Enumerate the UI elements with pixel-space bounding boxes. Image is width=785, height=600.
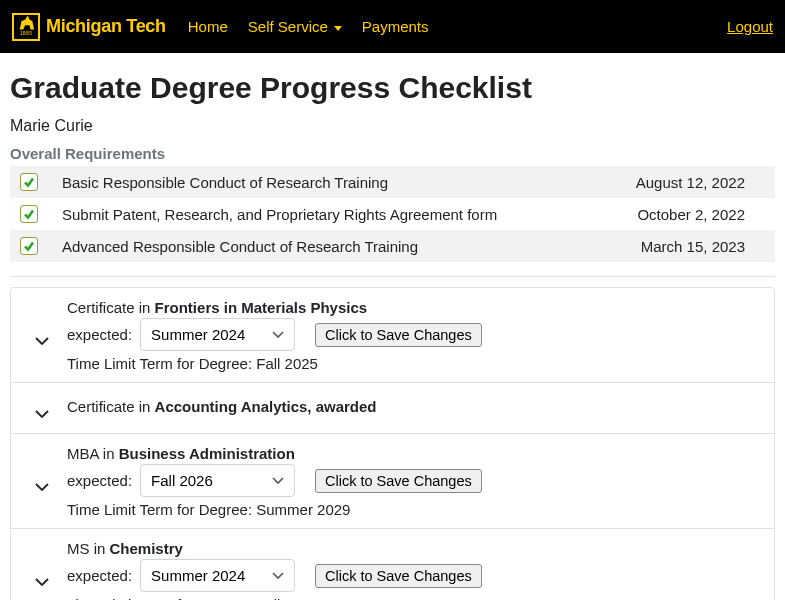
degree-prefix: Certificate in — [67, 299, 155, 316]
degree-title: MBA in Business Administration — [67, 445, 768, 462]
divider — [10, 276, 775, 277]
degree-block: Certificate in Accounting Analytics, awa… — [11, 383, 774, 434]
nav-self-service[interactable]: Self Service — [248, 18, 342, 35]
degree-name: Accounting Analytics, awarded — [155, 398, 377, 415]
check-icon — [20, 237, 38, 255]
chevron-down-icon[interactable] — [34, 333, 50, 350]
requirement-label: Basic Responsible Conduct of Research Tr… — [52, 166, 605, 198]
check-icon — [20, 205, 38, 223]
logo-mark-icon: 1885 — [12, 13, 40, 41]
brand-logo[interactable]: 1885 Michigan Tech — [12, 13, 166, 41]
degree-block: MS in Chemistryexpected:Summer 2024Click… — [11, 529, 774, 600]
degree-title: MS in Chemistry — [67, 540, 768, 557]
time-limit: Time Limit Term for Degree: Summer 2029 — [67, 501, 768, 518]
time-limit: Time Limit Term for Degree: Fall 2025 — [67, 355, 768, 372]
degree-prefix: Certificate in — [67, 398, 155, 415]
expected-label: expected: — [67, 326, 132, 343]
expected-term-select[interactable]: Summer 2024 — [140, 318, 295, 351]
degree-block: MBA in Business Administrationexpected:F… — [11, 434, 774, 529]
degree-prefix: MBA in — [67, 445, 119, 462]
page-title: Graduate Degree Progress Checklist — [10, 71, 775, 105]
requirement-label: Submit Patent, Research, and Proprietary… — [52, 198, 605, 230]
brand-name: Michigan Tech — [46, 16, 166, 37]
requirement-row: Basic Responsible Conduct of Research Tr… — [10, 166, 775, 198]
requirement-row: Advanced Responsible Conduct of Research… — [10, 230, 775, 262]
nav-payments[interactable]: Payments — [362, 18, 429, 35]
nav-home[interactable]: Home — [188, 18, 228, 35]
overall-heading: Overall Requirements — [10, 145, 775, 162]
degree-title: Certificate in Accounting Analytics, awa… — [67, 398, 377, 415]
expected-term-select[interactable]: Summer 2024 — [140, 559, 295, 592]
degree-block: Certificate in Frontiers in Materials Ph… — [11, 288, 774, 383]
requirement-date: August 12, 2022 — [605, 166, 775, 198]
expected-term-select[interactable]: Fall 2026 — [140, 464, 295, 497]
save-button[interactable]: Click to Save Changes — [315, 469, 482, 493]
navbar: 1885 Michigan Tech Home Self Service Pay… — [0, 0, 785, 53]
overall-requirements-table: Basic Responsible Conduct of Research Tr… — [10, 166, 775, 262]
save-button[interactable]: Click to Save Changes — [315, 564, 482, 588]
save-button[interactable]: Click to Save Changes — [315, 323, 482, 347]
degree-title: Certificate in Frontiers in Materials Ph… — [67, 299, 768, 316]
page-container: Graduate Degree Progress Checklist Marie… — [0, 53, 785, 600]
student-name: Marie Curie — [10, 117, 775, 135]
degrees-panel: Certificate in Frontiers in Materials Ph… — [10, 287, 775, 600]
degree-prefix: MS in — [67, 540, 110, 557]
expected-label: expected: — [67, 472, 132, 489]
time-limit: Time Limit Term for Degree: Fall 2025 — [67, 596, 768, 600]
requirement-date: March 15, 2023 — [605, 230, 775, 262]
requirement-row: Submit Patent, Research, and Proprietary… — [10, 198, 775, 230]
requirement-label: Advanced Responsible Conduct of Research… — [52, 230, 605, 262]
chevron-down-icon[interactable] — [34, 406, 50, 423]
chevron-down-icon[interactable] — [34, 574, 50, 591]
check-icon — [20, 173, 38, 191]
requirement-date: October 2, 2022 — [605, 198, 775, 230]
nav-links: Home Self Service Payments — [188, 18, 429, 35]
nav-logout[interactable]: Logout — [727, 18, 773, 35]
degree-name: Business Administration — [119, 445, 295, 462]
expected-label: expected: — [67, 567, 132, 584]
degree-name: Frontiers in Materials Physics — [155, 299, 368, 316]
chevron-down-icon[interactable] — [34, 479, 50, 496]
degree-name: Chemistry — [110, 540, 183, 557]
